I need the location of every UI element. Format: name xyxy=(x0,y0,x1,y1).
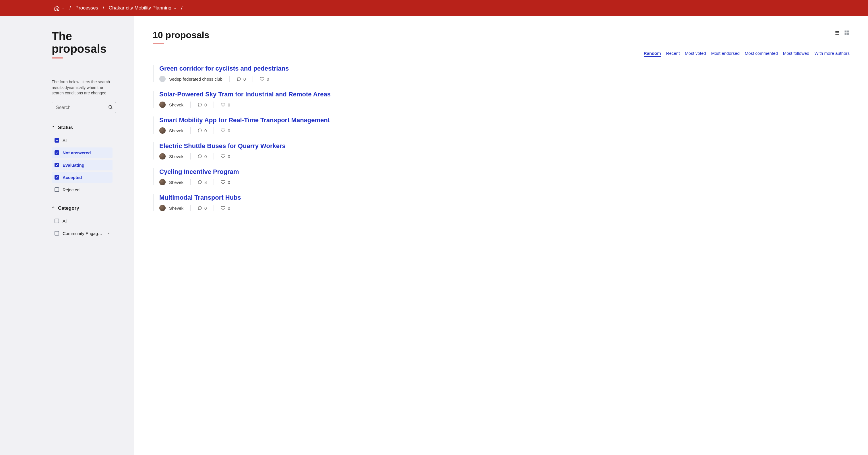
sort-tab[interactable]: Most followed xyxy=(783,51,809,57)
breadcrumb-home[interactable]: ⌄ xyxy=(54,5,65,11)
comments-value: 0 xyxy=(205,102,207,107)
chevron-down-icon[interactable]: ▾ xyxy=(108,231,110,235)
author-name: Sedep federated chess club xyxy=(169,76,222,82)
proposal-meta: Shevek00 xyxy=(159,205,849,211)
likes-count[interactable]: 0 xyxy=(214,102,237,107)
proposal-title[interactable]: Green corridor for cyclists and pedestri… xyxy=(159,65,849,72)
filter-status-option[interactable]: Accepted xyxy=(52,172,113,183)
author-name: Shevek xyxy=(169,206,183,210)
checkbox[interactable] xyxy=(55,138,59,142)
filter-status-header[interactable]: ⌃ Status xyxy=(52,125,121,131)
avatar xyxy=(159,153,166,160)
svg-rect-4 xyxy=(835,32,836,33)
comments-count[interactable]: 0 xyxy=(191,206,214,210)
filter-option-label: Evaluating xyxy=(63,163,110,167)
filter-status-option[interactable]: Evaluating xyxy=(52,160,113,170)
proposal-author[interactable]: Shevek xyxy=(159,102,190,108)
proposal-author[interactable]: Sedep federated chess club xyxy=(159,76,229,82)
avatar xyxy=(159,179,166,185)
checkbox[interactable] xyxy=(55,163,59,167)
breadcrumb-current[interactable]: Chakar city Mobility Planning ⌄ xyxy=(109,5,177,11)
proposal-title[interactable]: Cycling Incentive Program xyxy=(159,168,849,175)
breadcrumb-current-label: Chakar city Mobility Planning xyxy=(109,5,172,11)
filter-category-header[interactable]: ⌃ Category xyxy=(52,205,121,211)
heart-icon xyxy=(221,128,225,133)
proposal-author[interactable]: Shevek xyxy=(159,127,190,134)
comments-count[interactable]: 0 xyxy=(191,128,214,133)
filter-status-option[interactable]: All xyxy=(52,135,113,146)
checkbox[interactable] xyxy=(55,187,59,192)
proposal-title[interactable]: Smart Mobility App for Real-Time Transpo… xyxy=(159,117,849,124)
breadcrumb: ⌄ / Processes / Chakar city Mobility Pla… xyxy=(54,5,183,11)
proposal-meta: Shevek00 xyxy=(159,102,849,108)
avatar xyxy=(159,127,166,134)
sort-tab[interactable]: Most endorsed xyxy=(711,51,739,57)
svg-rect-8 xyxy=(845,31,847,33)
comment-icon xyxy=(197,102,202,107)
filter-status-option[interactable]: Rejected xyxy=(52,185,113,195)
list-icon xyxy=(834,30,840,36)
proposal-card: Smart Mobility App for Real-Time Transpo… xyxy=(153,117,849,134)
comment-icon xyxy=(197,180,202,185)
sort-tab[interactable]: Random xyxy=(644,51,661,57)
comments-count[interactable]: 0 xyxy=(191,154,214,159)
breadcrumb-processes[interactable]: Processes xyxy=(75,5,98,11)
filter-option-label: Not answered xyxy=(63,150,110,155)
comments-value: 8 xyxy=(205,180,207,185)
page-title: The proposals xyxy=(52,30,121,55)
sort-tab[interactable]: Most commented xyxy=(745,51,778,57)
comments-value: 0 xyxy=(205,206,207,210)
checkbox[interactable] xyxy=(55,219,59,223)
comment-icon xyxy=(197,128,202,133)
list-view-toggle[interactable] xyxy=(834,30,840,36)
grid-view-toggle[interactable] xyxy=(844,30,849,36)
grid-icon xyxy=(844,30,849,36)
proposal-title[interactable]: Multimodal Transport Hubs xyxy=(159,194,849,201)
proposal-author[interactable]: Shevek xyxy=(159,179,190,185)
sort-tab[interactable]: With more authors xyxy=(814,51,849,57)
comments-count[interactable]: 8 xyxy=(191,180,214,185)
likes-count[interactable]: 0 xyxy=(214,206,237,210)
chevron-down-icon[interactable]: ⌄ xyxy=(62,6,65,10)
checkbox[interactable] xyxy=(55,175,59,180)
proposal-card: Solar-Powered Sky Tram for Industrial an… xyxy=(153,91,849,108)
comment-icon xyxy=(197,154,202,159)
comments-value: 0 xyxy=(205,128,207,133)
proposal-list: Green corridor for cyclists and pedestri… xyxy=(153,65,849,211)
search-button[interactable] xyxy=(108,104,113,110)
filter-category-label: Category xyxy=(58,205,79,211)
comments-count[interactable]: 0 xyxy=(229,76,253,82)
heart-icon xyxy=(221,180,225,185)
proposal-author[interactable]: Shevek xyxy=(159,153,190,160)
comments-count[interactable]: 0 xyxy=(191,102,214,107)
search-input[interactable] xyxy=(52,102,116,113)
checkbox[interactable] xyxy=(55,150,59,155)
sort-tab[interactable]: Most voted xyxy=(685,51,706,57)
proposal-title[interactable]: Solar-Powered Sky Tram for Industrial an… xyxy=(159,91,849,98)
likes-count[interactable]: 0 xyxy=(214,154,237,159)
filter-category-option[interactable]: Community Engagement a…▾ xyxy=(52,228,113,239)
filter-category-option[interactable]: All xyxy=(52,216,113,226)
likes-count[interactable]: 0 xyxy=(214,180,237,185)
likes-count[interactable]: 0 xyxy=(214,128,237,133)
likes-value: 0 xyxy=(228,154,230,159)
likes-count[interactable]: 0 xyxy=(253,76,276,82)
sort-tab[interactable]: Recent xyxy=(666,51,680,57)
chevron-down-icon[interactable]: ⌄ xyxy=(174,6,177,10)
filter-status-option[interactable]: Not answered xyxy=(52,148,113,158)
author-name: Shevek xyxy=(169,154,183,159)
proposal-author[interactable]: Shevek xyxy=(159,205,190,211)
proposal-title[interactable]: Electric Shuttle Buses for Quarry Worker… xyxy=(159,142,849,150)
breadcrumb-sep: / xyxy=(69,5,71,11)
author-name: Shevek xyxy=(169,102,183,107)
checkbox[interactable] xyxy=(55,231,59,235)
svg-line-1 xyxy=(112,108,112,109)
proposal-meta: Sedep federated chess club00 xyxy=(159,76,849,82)
title-underline xyxy=(52,57,63,59)
sidebar: The proposals The form below filters the… xyxy=(0,16,134,455)
author-name: Shevek xyxy=(169,180,183,185)
chevron-up-icon: ⌃ xyxy=(52,206,55,210)
avatar xyxy=(159,205,166,211)
main-content: 10 proposals RandomRecentMost votedMost … xyxy=(134,16,868,455)
author-name: Shevek xyxy=(169,128,183,133)
